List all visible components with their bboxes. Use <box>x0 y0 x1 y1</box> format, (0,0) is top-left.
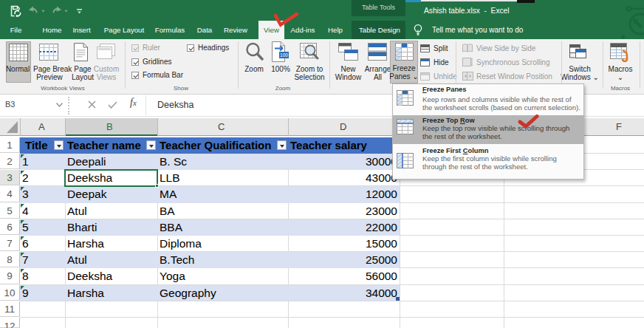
svg-text:100: 100 <box>280 52 288 58</box>
